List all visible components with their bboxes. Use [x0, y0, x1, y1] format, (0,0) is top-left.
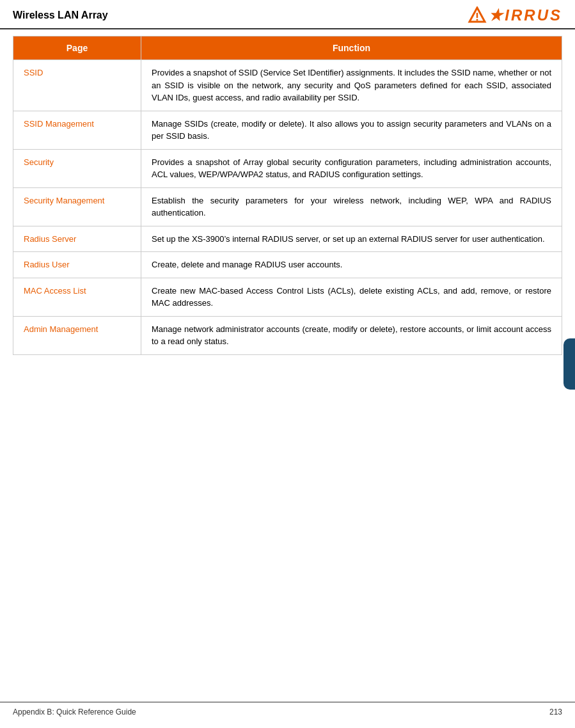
table-cell-function: Establish the security parameters for yo…: [141, 187, 562, 226]
table-cell-page: Radius User: [13, 252, 141, 278]
side-tab: [563, 338, 575, 390]
table-row: SSID ManagementManage SSIDs (create, mod…: [13, 111, 562, 149]
footer-right: 213: [549, 708, 562, 716]
main-content: Page Function SSIDProvides a snapshot of…: [0, 36, 575, 368]
table-cell-function: Provides a snapshot of SSID (Service Set…: [141, 60, 562, 111]
table-cell-page: SSID: [13, 60, 141, 111]
table-cell-page: MAC Access List: [13, 278, 141, 316]
table-cell-page: Admin Management: [13, 316, 141, 354]
table-cell-function: Create, delete and manage RADIUS user ac…: [141, 252, 562, 278]
table-cell-function: Manage SSIDs (create, modify or delete).…: [141, 111, 562, 149]
footer-left: Appendix B: Quick Reference Guide: [13, 708, 136, 716]
table-row: Radius ServerSet up the XS-3900’s intern…: [13, 226, 562, 252]
table-cell-function: Provides a snapshot of Array global secu…: [141, 149, 562, 187]
table-row: Admin ManagementManage network administr…: [13, 316, 562, 354]
page-footer: Appendix B: Quick Reference Guide 213: [0, 702, 575, 722]
table-cell-page: SSID Management: [13, 111, 141, 149]
logo-text: ★IRRUS: [489, 6, 562, 24]
page-title: Wireless LAN Array: [13, 10, 108, 21]
reference-table: Page Function SSIDProvides a snapshot of…: [13, 36, 562, 355]
table-row: MAC Access ListCreate new MAC-based Acce…: [13, 278, 562, 316]
logo-icon: [467, 6, 487, 24]
table-row: Security ManagementEstablish the securit…: [13, 187, 562, 226]
col-header-page: Page: [13, 36, 141, 60]
table-row: SSIDProvides a snapshot of SSID (Service…: [13, 60, 562, 111]
col-header-function: Function: [141, 36, 562, 60]
table-cell-page: Security Management: [13, 187, 141, 226]
table-cell-page: Radius Server: [13, 226, 141, 252]
table-row: SecurityProvides a snapshot of Array glo…: [13, 149, 562, 187]
table-row: Radius UserCreate, delete and manage RAD…: [13, 252, 562, 278]
svg-point-2: [477, 19, 478, 21]
page-header: Wireless LAN Array ★IRRUS: [0, 0, 575, 29]
logo: ★IRRUS: [467, 6, 562, 24]
table-cell-page: Security: [13, 149, 141, 187]
table-cell-function: Create new MAC-based Access Control List…: [141, 278, 562, 316]
table-cell-function: Set up the XS-3900’s internal RADIUS ser…: [141, 226, 562, 252]
table-cell-function: Manage network administrator accounts (c…: [141, 316, 562, 354]
